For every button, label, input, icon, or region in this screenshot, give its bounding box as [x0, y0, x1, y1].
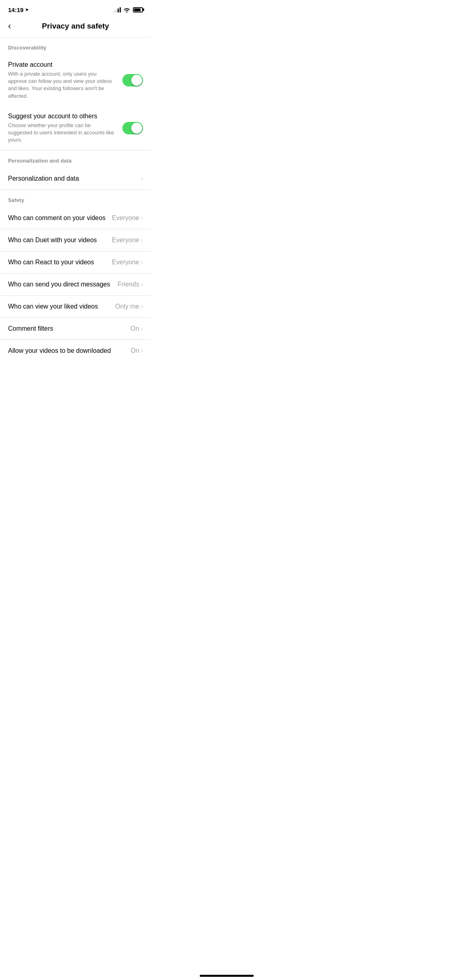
- personalization-label: Personalization and data: [8, 175, 79, 182]
- safety-chevron-4: ›: [141, 303, 143, 310]
- safety-row-0[interactable]: Who can comment on your videos Everyone …: [0, 207, 151, 229]
- safety-value-1: Everyone: [112, 237, 139, 244]
- page-title: Privacy and safety: [42, 22, 109, 31]
- private-account-toggle[interactable]: [122, 74, 143, 86]
- safety-right-4: Only me ›: [115, 303, 143, 310]
- private-account-row: Private account With a private account, …: [0, 55, 151, 106]
- safety-row-1[interactable]: Who can Duet with your videos Everyone ›: [0, 229, 151, 251]
- safety-value-4: Only me: [115, 303, 139, 310]
- safety-label-4: Who can view your liked videos: [8, 303, 98, 310]
- back-button[interactable]: ‹: [8, 21, 11, 31]
- suggest-account-row: Suggest your account to others Choose wh…: [0, 106, 151, 150]
- status-time: 14:19: [8, 6, 23, 13]
- safety-value-6: On: [130, 347, 139, 354]
- location-icon: ➤: [25, 7, 29, 12]
- safety-right-0: Everyone ›: [112, 214, 143, 222]
- safety-chevron-2: ›: [141, 259, 143, 266]
- signal-bar-1: [114, 11, 115, 12]
- safety-section-header: Safety: [0, 190, 151, 207]
- safety-row-3[interactable]: Who can send you direct messages Friends…: [0, 274, 151, 295]
- signal-bar-3: [118, 8, 119, 12]
- battery-icon: [133, 7, 143, 12]
- safety-label-5: Comment filters: [8, 325, 53, 332]
- safety-chevron-3: ›: [141, 281, 143, 288]
- safety-row-5[interactable]: Comment filters On ›: [0, 318, 151, 340]
- safety-label-2: Who can React to your videos: [8, 259, 94, 266]
- safety-right-2: Everyone ›: [112, 259, 143, 266]
- personalization-row[interactable]: Personalization and data ›: [0, 168, 151, 189]
- suggest-account-content: Suggest your account to others Choose wh…: [8, 113, 116, 144]
- safety-label-3: Who can send you direct messages: [8, 281, 110, 288]
- safety-label-0: Who can comment on your videos: [8, 214, 105, 222]
- safety-label-6: Allow your videos to be downloaded: [8, 347, 111, 354]
- signal-bars: [114, 7, 121, 12]
- discoverability-section-header: Discoverability: [0, 37, 151, 55]
- status-bar: 14:19 ➤: [0, 0, 151, 18]
- safety-value-3: Friends: [118, 281, 139, 288]
- safety-row-2[interactable]: Who can React to your videos Everyone ›: [0, 251, 151, 273]
- safety-right-3: Friends ›: [118, 281, 143, 288]
- private-account-content: Private account With a private account, …: [8, 61, 116, 100]
- nav-header: ‹ Privacy and safety: [0, 18, 151, 37]
- personalization-chevron: ›: [141, 175, 143, 182]
- private-account-description: With a private account, only users you a…: [8, 70, 116, 100]
- safety-value-5: On: [130, 325, 139, 332]
- safety-right-1: Everyone ›: [112, 237, 143, 244]
- safety-chevron-6: ›: [141, 347, 143, 354]
- safety-value-2: Everyone: [112, 259, 139, 266]
- safety-right-6: On ›: [130, 347, 143, 354]
- safety-chevron-0: ›: [141, 214, 143, 222]
- safety-chevron-1: ›: [141, 237, 143, 244]
- private-account-label: Private account: [8, 61, 116, 68]
- safety-right-5: On ›: [130, 325, 143, 332]
- signal-bar-2: [116, 10, 117, 12]
- suggest-account-toggle[interactable]: [122, 122, 143, 134]
- safety-chevron-5: ›: [141, 325, 143, 332]
- signal-bar-4: [120, 7, 121, 12]
- suggest-account-description: Choose whether your profile can be sugge…: [8, 122, 116, 144]
- safety-row-6[interactable]: Allow your videos to be downloaded On ›: [0, 340, 151, 358]
- status-icons: [114, 7, 143, 12]
- suggest-account-label: Suggest your account to others: [8, 113, 116, 120]
- safety-value-0: Everyone: [112, 214, 139, 222]
- wifi-icon: [123, 7, 130, 12]
- safety-row-4[interactable]: Who can view your liked videos Only me ›: [0, 296, 151, 317]
- safety-label-1: Who can Duet with your videos: [8, 237, 97, 244]
- battery-fill: [134, 8, 141, 11]
- personalization-section-header: Personalization and data: [0, 150, 151, 168]
